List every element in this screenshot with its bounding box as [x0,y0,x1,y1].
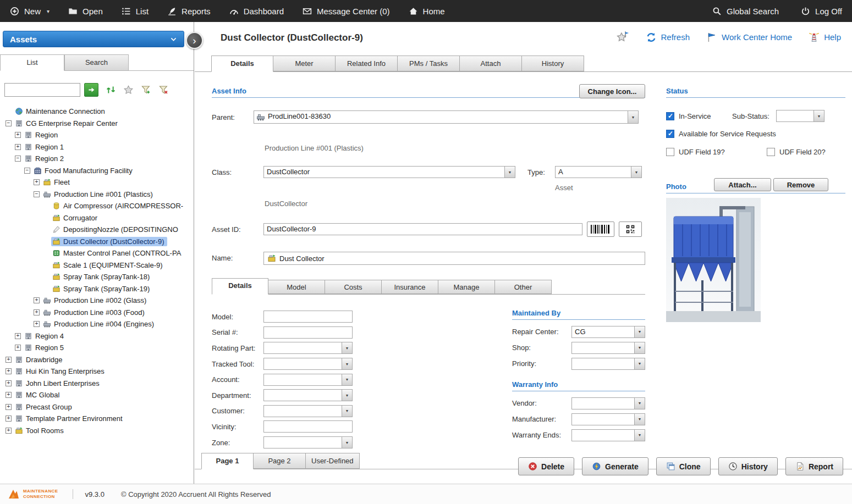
tree-item[interactable]: +Tool Rooms [6,425,194,437]
collapse-icon[interactable]: − [15,156,21,162]
tree-item[interactable]: +Region [6,129,194,141]
nav-item-dashboard[interactable]: Dashboard [229,7,284,16]
dropdown-arrow-icon[interactable]: ▼ [813,110,824,121]
select-manufacturer[interactable]: ▼ [571,413,645,425]
tree-item-label[interactable]: Tool Rooms [25,427,64,435]
dropdown-arrow-icon[interactable]: ▼ [628,111,638,123]
dropdown-arrow-icon[interactable]: ▼ [342,358,352,369]
tab-related-info[interactable]: Related Info [336,56,398,71]
action-report-button[interactable]: Report [785,457,843,475]
tab-attach[interactable]: Attach [460,56,522,71]
tree-item[interactable]: +Region 4 [6,330,194,342]
input-serial[interactable] [263,326,353,339]
dropdown-arrow-icon[interactable]: ▼ [634,398,645,409]
tree-item[interactable]: +Region 1 [6,141,194,153]
action-history-button[interactable]: History [718,457,778,475]
tab-details[interactable]: Details [211,56,273,72]
expand-icon[interactable]: + [34,179,40,185]
collapse-sidebar-button[interactable]: › [186,32,203,49]
dropdown-arrow-icon[interactable]: ▼ [342,342,352,353]
tree-item-label[interactable]: Precast Group [25,403,73,411]
tree-item-label[interactable]: Air Compressor (AIRCOMPRESSOR- [63,202,184,210]
available-for-service-checkbox[interactable] [666,130,674,138]
input-vicinity[interactable] [263,420,353,433]
action-generate-button[interactable]: Generate [582,457,648,475]
tree-item[interactable]: +John Libert Enterprises [6,378,194,390]
collapse-icon[interactable]: − [34,191,40,197]
dropdown-arrow-icon[interactable]: ▼ [634,326,645,337]
tree-item[interactable]: +MC Global [6,389,194,401]
select-shop[interactable]: ▼ [571,342,645,354]
tree-item-label[interactable]: John Libert Enterprises [25,379,100,387]
tree-item-label[interactable]: Spray Tank (SprayTank-18) [63,273,150,281]
tree-item-label[interactable]: Drawbridge [25,356,63,364]
expand-icon[interactable]: + [6,392,12,398]
expand-icon[interactable]: + [6,428,12,434]
barcode-button[interactable] [587,221,614,237]
dropdown-arrow-icon[interactable]: ▼ [342,390,352,401]
tree-item[interactable]: −Production Line #001 (Plastics) [6,189,194,201]
input-model[interactable] [263,311,353,323]
udf-field-20-checkbox[interactable] [767,148,775,156]
tree-item-label[interactable]: Region 4 [35,332,64,340]
expand-icon[interactable]: + [15,132,21,138]
select-repair-center[interactable]: CG▼ [571,326,645,338]
nav-item-open[interactable]: Open [68,7,103,16]
expand-icon[interactable]: + [6,404,12,410]
tree-item[interactable]: Dust Collector (DustCollector-9) [6,236,194,248]
tree-item-label[interactable]: Master Control Panel (CONTROL-PA [63,249,182,257]
tree-item-label[interactable]: Dust Collector (DustCollector-9) [63,237,165,246]
collapse-icon[interactable]: − [24,168,30,174]
sidebar-tab-list[interactable]: List [0,54,64,71]
tree-item[interactable]: −Food Manufacturing Facility [6,165,194,177]
module-selector-dropdown[interactable]: Assets [3,31,184,47]
select-zone[interactable]: ▼ [263,436,353,448]
dropdown-arrow-icon[interactable]: ▼ [634,414,645,425]
class-select[interactable]: DustCollector ▼ [263,166,515,178]
tree-item-label[interactable]: Region 5 [35,344,64,352]
qr-code-button[interactable] [619,221,642,237]
subtab-details[interactable]: Details [212,278,268,295]
collapse-icon[interactable]: − [6,120,12,126]
dropdown-arrow-icon[interactable]: ▼ [631,167,641,178]
nav-item-log-off[interactable]: Log Off [801,7,842,16]
dropdown-arrow-icon[interactable]: ▼ [342,437,352,448]
select-rotating-part[interactable]: ▼ [263,342,353,354]
swap-refresh-icon[interactable] [106,85,116,95]
nav-item-new[interactable]: New▾ [10,7,50,16]
tree-item-label[interactable]: Food Manufacturing Facility [44,167,133,175]
subtab-other[interactable]: Other [495,280,552,294]
expand-icon[interactable]: + [6,357,12,363]
select-priority[interactable]: ▼ [571,358,645,370]
refresh-link[interactable]: Refresh [646,32,690,43]
tree-item[interactable]: +Production Line #004 (Engines) [6,318,194,330]
expand-icon[interactable]: + [34,297,40,303]
expand-icon[interactable]: + [6,368,12,374]
page-tab-page-1[interactable]: Page 1 [201,453,254,469]
tree-item-label[interactable]: Maintenance Connection [25,107,106,115]
dropdown-arrow-icon[interactable]: ▼ [342,406,352,417]
tree-item[interactable]: Spray Tank (SprayTank-18) [6,271,194,283]
tree-item-label[interactable]: Production Line #001 (Plastics) [53,190,153,198]
search-go-button[interactable] [84,83,98,97]
nav-item-home[interactable]: Home [409,7,445,16]
tree-item-label[interactable]: Production Line #004 (Engines) [53,320,155,328]
tree-item-label[interactable]: Spray Tank (SprayTank-19) [63,285,150,293]
name-input[interactable]: Dust Collector [263,252,645,265]
select-vendor[interactable]: ▼ [571,397,645,409]
tree-item-label[interactable]: Corrugator [63,214,98,222]
photo-attach-button[interactable]: Attach... [714,178,771,191]
select-tracked-tool[interactable]: ▼ [263,358,353,370]
tree-item-label[interactable]: Production Line #002 (Glass) [53,296,147,304]
tree-item-label[interactable]: MC Global [25,391,60,399]
tree-item-label[interactable]: Region [35,131,58,139]
tree-item[interactable]: Spray Tank (SprayTank-19) [6,283,194,295]
tree-item[interactable]: Scale 1 (EQUIPMENT-Scale-9) [6,259,194,272]
dropdown-arrow-icon[interactable]: ▼ [504,167,515,178]
expand-icon[interactable]: + [34,321,40,327]
select-account[interactable]: ▼ [263,374,353,386]
tree-item[interactable]: Master Control Panel (CONTROL-PA [6,247,194,259]
subtab-model[interactable]: Model [268,280,325,294]
nav-item-message-center-0[interactable]: Message Center (0) [303,7,390,16]
subtab-costs[interactable]: Costs [325,280,382,294]
